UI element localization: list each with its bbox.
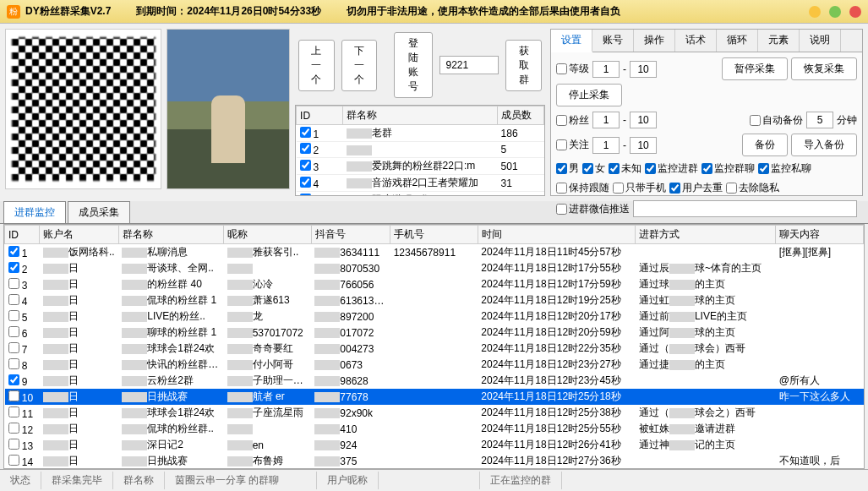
main-col-nick[interactable]: 昵称 [224, 226, 312, 244]
monitor-group-checkbox[interactable] [701, 163, 712, 174]
main-col-chat[interactable]: 聊天内容 [776, 226, 864, 244]
status-collect: 群采集完毕 [41, 472, 113, 489]
titlebar: 粉 DY粉丝群采集V2.7 到期时间：2024年11月26日0时54分33秒 切… [0, 0, 868, 24]
group-row[interactable]: 1老群186 [297, 125, 544, 142]
table-row[interactable]: 9日云粉丝2群子助理一认..986282024年11月18日12时23分45秒@… [5, 373, 864, 389]
follow-checkbox[interactable] [556, 139, 567, 150]
tab-话术[interactable]: 话术 [675, 30, 717, 52]
fans-max[interactable] [630, 112, 657, 128]
table-row[interactable]: 4日侃球的粉丝群 1萧遂6136136136132024年11月18日12时19… [5, 292, 864, 308]
tab-账号[interactable]: 账号 [592, 30, 634, 52]
col-members[interactable]: 成员数 [498, 106, 544, 125]
backup-button[interactable]: 备份 [742, 134, 788, 156]
tab-说明[interactable]: 说明 [800, 30, 841, 52]
group-row[interactable]: 5限度避玩1群364 [297, 192, 544, 197]
profile-photo [167, 29, 290, 189]
tab-设置[interactable]: 设置 [551, 30, 592, 52]
status-groupname-val: 茵圈云串一分享 的群聊 [165, 472, 317, 489]
tab-循环[interactable]: 循环 [717, 30, 758, 52]
table-row[interactable]: 12日侃球的粉丝群..4102024年11月18日12时25分55秒被虹姝邀请进… [5, 421, 864, 437]
col-name[interactable]: 群名称 [343, 106, 498, 125]
close-icon[interactable] [849, 6, 861, 18]
group-row[interactable]: 3爱跳舞的粉丝群22口:m501 [297, 158, 544, 175]
get-group-button[interactable]: 获取群 [505, 40, 542, 91]
import-backup-button[interactable]: 导入备份 [791, 134, 857, 156]
login-button[interactable]: 登陆账号 [394, 32, 434, 98]
settings-panel: 设置账号操作话术循环元素说明 等级 - 暂停采集 恢复采集 停止采集 粉丝 - … [550, 29, 863, 196]
table-row[interactable]: 3日的粉丝群 40沁冷7660562024年11月18日12时17分59秒通过球… [5, 276, 864, 292]
next-button[interactable]: 下一个 [341, 40, 378, 91]
female-checkbox[interactable] [582, 163, 593, 174]
wechat-push-checkbox[interactable] [556, 204, 567, 215]
wechat-push-input[interactable] [633, 200, 857, 217]
main-col-acct[interactable]: 账户名 [40, 226, 118, 244]
app-icon: 粉 [7, 5, 20, 19]
table-row[interactable]: 14日日挑战赛布鲁姆3752024年11月18日12时27分36秒不知道呗，后 [5, 453, 864, 469]
table-row[interactable]: 6日聊球的粉丝群 15370170720170722024年11月18日12时2… [5, 325, 864, 341]
remove-hidden-checkbox[interactable] [726, 183, 737, 194]
settings-tabs: 设置账号操作话术循环元素说明 [551, 30, 862, 52]
keep-follow-checkbox[interactable] [556, 183, 567, 194]
group-row[interactable]: 25 [297, 142, 544, 158]
lower-tab-1[interactable]: 成员采集 [68, 201, 130, 223]
status-nick-label: 用户昵称 [317, 472, 379, 489]
status-groupname-label: 群名称 [113, 472, 165, 489]
status-label: 状态 [0, 472, 41, 489]
main-col-group[interactable]: 群名称 [118, 226, 223, 244]
table-row[interactable]: 8日快讯的粉丝群 19付小阿哥06732024年11月18日12时23分27秒通… [5, 357, 864, 373]
autobackup-val[interactable] [806, 112, 833, 128]
autobackup-checkbox[interactable] [750, 115, 761, 126]
fans-min[interactable] [592, 112, 620, 128]
male-checkbox[interactable] [556, 163, 567, 174]
table-row[interactable]: 1饭网络科..私聊消息雅获客引..3634111123456789112024年… [5, 244, 864, 261]
level-max[interactable] [630, 61, 657, 78]
account-input[interactable] [439, 56, 499, 74]
resume-button[interactable]: 恢复采集 [791, 57, 857, 80]
qr-code [5, 29, 161, 189]
status-monitoring-label: 正在监控的群 [480, 472, 562, 489]
level-min[interactable] [592, 61, 620, 78]
follow-max[interactable] [630, 137, 657, 154]
dedup-checkbox[interactable] [669, 183, 680, 194]
only-phone-checkbox[interactable] [613, 183, 624, 194]
statusbar: 状态 群采集完毕 群名称 茵圈云串一分享 的群聊 用户昵称 正在监控的群 [0, 469, 868, 491]
status-nick-val [379, 472, 480, 489]
main-col-time[interactable]: 时间 [478, 226, 636, 244]
col-id[interactable]: ID [297, 106, 343, 125]
table-row[interactable]: 5日LIVE的粉丝..龙8972002024年11月18日12时20分17秒通过… [5, 308, 864, 325]
prev-button[interactable]: 上一个 [298, 40, 335, 91]
table-row[interactable]: 10日日挑战赛航者 er776782024年11月18日12时25分18秒昨一下… [5, 389, 864, 405]
table-row[interactable]: 13日深日记2en9242024年11月18日12时26分41秒通过神记的主页 [5, 437, 864, 453]
minimize-icon[interactable] [809, 6, 821, 18]
expire-text: 到期时间：2024年11月26日0时54分33秒 [136, 4, 321, 19]
level-checkbox[interactable] [556, 63, 567, 74]
app-title: DY粉丝群采集V2.7 [25, 4, 111, 19]
group-table[interactable]: ID 群名称 成员数 1老群186253爱跳舞的粉丝群22口:m5014音游戏群… [295, 105, 545, 196]
group-row[interactable]: 4音游戏群2口王者荣耀加31 [297, 175, 544, 192]
monitor-enter-checkbox[interactable] [645, 163, 656, 174]
main-table[interactable]: ID账户名群名称昵称抖音号手机号时间进群方式聊天内容 1饭网络科..私聊消息雅获… [3, 224, 865, 469]
warning-text: 切勿用于非法用途，使用本软件造成的全部后果由使用者自负 [347, 4, 620, 19]
table-row[interactable]: 2日哥谈球、全网..80705302024年11月18日12时17分55秒通过辰… [5, 260, 864, 276]
table-row[interactable]: 11日球球会1群24欢子座流星雨92x90k2024年11月18日12时25分3… [5, 405, 864, 421]
window-controls [809, 6, 861, 18]
follow-min[interactable] [592, 137, 620, 154]
maximize-icon[interactable] [829, 6, 841, 18]
lower-tab-0[interactable]: 进群监控 [3, 201, 66, 223]
tab-操作[interactable]: 操作 [634, 30, 675, 52]
unknown-checkbox[interactable] [609, 163, 620, 174]
stop-button[interactable]: 停止采集 [556, 84, 622, 106]
table-row[interactable]: 7日球球会1群24欢奇奇要红0042732024年11月18日12时22分35秒… [5, 341, 864, 357]
main-col-phone[interactable]: 手机号 [390, 226, 478, 244]
pause-button[interactable]: 暂停采集 [722, 57, 788, 80]
tab-元素[interactable]: 元素 [758, 30, 800, 52]
monitor-private-checkbox[interactable] [758, 163, 769, 174]
fans-checkbox[interactable] [556, 115, 567, 126]
main-col-id[interactable]: ID [5, 226, 40, 244]
main-col-method[interactable]: 进群方式 [636, 226, 776, 244]
main-col-dyid[interactable]: 抖音号 [311, 226, 390, 244]
